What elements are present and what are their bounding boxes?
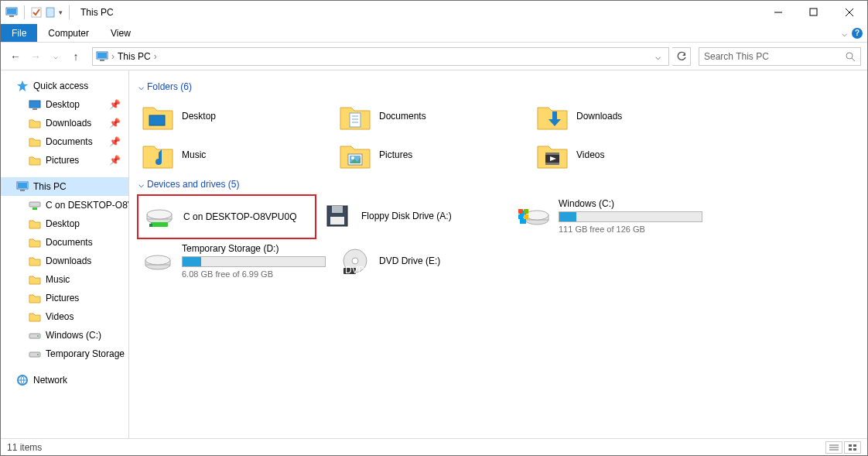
network-icon	[16, 374, 29, 386]
svg-rect-45	[332, 206, 343, 213]
drive-item[interactable]: C on DESKTOP-O8VPU0Q	[137, 194, 316, 239]
folder-icon	[29, 236, 41, 249]
svg-rect-68	[853, 444, 856, 447]
breadcrumb[interactable]: This PC	[118, 51, 151, 62]
pictures-icon	[339, 139, 371, 171]
sidebar-item-label: Windows (C:)	[46, 330, 101, 341]
svg-rect-27	[149, 115, 165, 125]
music-icon	[142, 139, 174, 171]
svg-rect-20	[32, 207, 37, 210]
ribbon-expand-icon[interactable]: ⌵	[842, 28, 847, 39]
folder-item-downloads[interactable]: Downloads	[531, 97, 729, 135]
folder-item-documents[interactable]: Documents	[334, 97, 531, 135]
svg-point-49	[525, 211, 548, 220]
sidebar-item-label: Pictures	[46, 155, 79, 166]
sidebar-item[interactable]: Music	[1, 270, 128, 289]
sidebar-item[interactable]: C on DESKTOP-O8V	[1, 196, 128, 214]
sidebar-item[interactable]: Pictures	[1, 289, 128, 307]
navigation-bar: ← → ⌵ ↑ › This PC › ⌵ Search This PC	[1, 43, 867, 70]
qat-new-folder-icon[interactable]	[45, 7, 56, 18]
group-header-drives[interactable]: ⌵ Devices and drives (5)	[138, 179, 867, 190]
tab-computer[interactable]: Computer	[37, 24, 100, 42]
tab-view[interactable]: View	[100, 24, 142, 42]
svg-rect-67	[849, 444, 852, 447]
breadcrumb-chevron[interactable]: ›	[154, 51, 157, 62]
drive-item[interactable]: Temporary Storage (D:)6.08 GB free of 6.…	[137, 239, 334, 283]
svg-rect-2	[9, 15, 14, 17]
downloads-icon	[536, 100, 569, 132]
forward-button[interactable]: →	[27, 48, 44, 65]
drive-label: Floppy Disk Drive (A:)	[361, 211, 452, 221]
folder-icon	[29, 292, 41, 304]
search-input[interactable]: Search This PC	[699, 47, 861, 66]
refresh-button[interactable]	[672, 47, 691, 66]
details-view-button[interactable]	[825, 441, 842, 454]
address-history-icon[interactable]: ⌵	[650, 51, 665, 62]
sidebar-item[interactable]: Videos	[1, 307, 128, 326]
sidebar-item-label: Videos	[46, 311, 73, 322]
status-item-count: 11 items	[7, 442, 42, 453]
close-button[interactable]	[832, 1, 867, 24]
drive-item[interactable]: DVDDVD Drive (E:)	[334, 239, 531, 283]
help-icon[interactable]: ?	[852, 28, 863, 39]
sidebar-item-documents[interactable]: Documents📌	[1, 132, 128, 151]
drive-item[interactable]: Windows (C:)111 GB free of 126 GB	[514, 194, 711, 238]
svg-rect-18	[20, 190, 25, 191]
tab-file[interactable]: File	[1, 24, 37, 42]
folder-item-music[interactable]: Music	[137, 135, 334, 174]
floppy-icon	[321, 200, 354, 232]
svg-rect-43	[149, 224, 152, 227]
this-pc-icon	[5, 6, 18, 19]
qat-dropdown-icon[interactable]: ▾	[59, 9, 63, 16]
breadcrumb-chevron[interactable]: ›	[111, 51, 114, 62]
sidebar-item[interactable]: Windows (C:)	[1, 326, 128, 345]
folder-item-videos[interactable]: Videos	[531, 135, 729, 174]
drive-icon	[142, 245, 174, 277]
drive-label: C on DESKTOP-O8VPU0Q	[183, 211, 297, 222]
sidebar-item-desktop[interactable]: Desktop📌	[1, 95, 128, 114]
up-button[interactable]: ↑	[67, 48, 84, 65]
folder-label: Desktop	[182, 111, 216, 122]
sidebar-item-quick-access[interactable]: Quick access	[1, 77, 128, 95]
documents-icon	[339, 100, 371, 132]
group-header-folders[interactable]: ⌵ Folders (6)	[138, 81, 867, 92]
downloads-icon	[29, 117, 41, 129]
recent-locations-icon[interactable]: ⌵	[47, 48, 64, 65]
chevron-down-icon: ⌵	[138, 81, 144, 92]
navigation-pane: Quick access Desktop📌Downloads📌Documents…	[1, 70, 129, 438]
drive-item[interactable]: Floppy Disk Drive (A:)	[316, 194, 514, 238]
sidebar-item[interactable]: Documents	[1, 233, 128, 252]
sidebar-item-label: Downloads	[46, 255, 91, 266]
svg-rect-17	[18, 183, 27, 188]
large-icons-view-button[interactable]	[844, 441, 861, 454]
sidebar-item-this-pc[interactable]: This PC	[1, 177, 128, 196]
minimize-button[interactable]	[760, 1, 796, 24]
pin-icon: 📌	[109, 155, 121, 166]
desktop-icon	[142, 100, 174, 132]
folder-label: Downloads	[576, 111, 622, 122]
address-bar[interactable]: › This PC › ⌵	[92, 47, 669, 66]
content-pane: ⌵ Folders (6) DesktopDocumentsDownloadsM…	[129, 70, 867, 438]
sidebar-item-label: Quick access	[33, 81, 88, 91]
back-button[interactable]: ←	[7, 48, 24, 65]
ribbon: File Computer View ⌵ ?	[1, 24, 867, 43]
search-icon	[845, 51, 856, 62]
sidebar-item-downloads[interactable]: Downloads📌	[1, 114, 128, 132]
sidebar-item-label: Documents	[46, 136, 93, 147]
pin-icon: 📌	[109, 136, 121, 147]
netdrive-icon	[29, 199, 41, 211]
sidebar-item[interactable]: Temporary Storage	[1, 345, 128, 363]
sidebar-item-network[interactable]: Network	[1, 371, 128, 389]
folder-item-desktop[interactable]: Desktop	[137, 97, 334, 135]
folder-item-pictures[interactable]: Pictures	[334, 135, 531, 174]
sidebar-item[interactable]: Downloads	[1, 252, 128, 270]
sidebar-item-pictures[interactable]: Pictures📌	[1, 151, 128, 170]
svg-text:DVD: DVD	[345, 265, 365, 276]
maximize-button[interactable]	[796, 1, 832, 24]
svg-rect-56	[524, 214, 528, 219]
svg-rect-42	[151, 222, 168, 227]
sidebar-item[interactable]: Desktop	[1, 214, 128, 233]
pin-icon: 📌	[109, 118, 121, 129]
windrive-icon	[518, 200, 551, 232]
qat-properties-icon[interactable]	[31, 7, 42, 18]
